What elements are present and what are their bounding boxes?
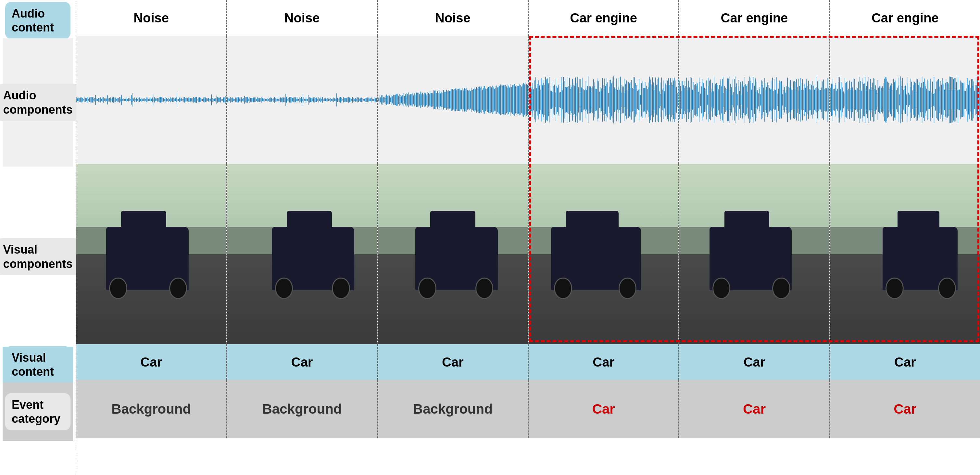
audio-components-label: Audio components <box>3 38 73 167</box>
visual-content-col-4: Car <box>679 344 830 380</box>
truck-wheel1-0 <box>109 278 127 299</box>
audio-content-col-2: Noise <box>378 0 529 36</box>
event-cat-col-1: Background <box>227 380 378 438</box>
event-category-label: Event category <box>3 383 73 441</box>
truck-wheel1-2 <box>418 278 436 299</box>
event-cat-col-4: Car <box>679 380 830 438</box>
waveform-svg-1 <box>227 36 377 164</box>
visual-col-1 <box>227 164 378 344</box>
visual-content-col-0: Car <box>76 344 227 380</box>
truck-cab-5 <box>897 211 939 250</box>
visual-components-label: Visual components <box>3 167 73 347</box>
waveform-svg-3 <box>529 36 678 164</box>
visual-content-row: Car Car Car Car Car Car <box>76 344 980 380</box>
waveform-col-5 <box>830 36 980 164</box>
visual-content-label: Visual content <box>3 347 73 383</box>
visual-col-3 <box>529 164 679 344</box>
truck-cab-3 <box>566 211 618 250</box>
event-cat-col-5: Car <box>830 380 980 438</box>
audio-content-label: Audio content <box>3 3 73 38</box>
waveform-svg-5 <box>830 36 980 164</box>
truck-wheel2-2 <box>476 278 493 299</box>
truck-frame-1 <box>227 164 377 344</box>
truck-wheel1-4 <box>713 278 730 299</box>
truck-wheel2-4 <box>772 278 790 299</box>
content-grid: Noise Noise Noise Car engine Car engine … <box>76 0 980 475</box>
audio-content-row: Noise Noise Noise Car engine Car engine … <box>76 0 980 36</box>
waveform-svg-2 <box>378 36 528 164</box>
waveform-col-2 <box>378 36 529 164</box>
visual-components-row <box>76 164 980 344</box>
visual-content-col-5: Car <box>830 344 980 380</box>
truck-wheel2-3 <box>619 278 636 299</box>
truck-frame-4 <box>679 164 829 344</box>
visual-col-2 <box>378 164 529 344</box>
waveform-svg-4 <box>679 36 829 164</box>
audio-content-col-1: Noise <box>227 0 378 36</box>
audio-content-col-0: Noise <box>76 0 227 36</box>
truck-cab-4 <box>724 211 769 250</box>
visual-content-col-1: Car <box>227 344 378 380</box>
truck-wheel1-3 <box>554 278 572 299</box>
truck-frame-0 <box>76 164 226 344</box>
waveform-col-3 <box>529 36 679 164</box>
visual-col-5 <box>830 164 980 344</box>
truck-wheel1-1 <box>275 278 293 299</box>
visual-content-col-2: Car <box>378 344 529 380</box>
waveform-col-1 <box>227 36 378 164</box>
truck-frame-2 <box>378 164 528 344</box>
truck-frame-3 <box>529 164 678 344</box>
labels-column: Audio content Audio components Visual co… <box>0 0 76 475</box>
audio-components-row <box>76 36 980 164</box>
visual-col-0 <box>76 164 227 344</box>
truck-cab-0 <box>121 211 166 250</box>
truck-wheel1-5 <box>886 278 904 299</box>
waveform-col-4 <box>679 36 830 164</box>
visual-col-4 <box>679 164 830 344</box>
event-cat-col-3: Car <box>529 380 679 438</box>
truck-frame-5 <box>830 164 980 344</box>
audio-content-col-5: Car engine <box>830 0 980 36</box>
truck-wheel2-5 <box>938 278 956 299</box>
truck-wheel2-1 <box>332 278 350 299</box>
main-layout: Audio content Audio components Visual co… <box>0 0 980 475</box>
audio-content-col-4: Car engine <box>679 0 830 36</box>
truck-cab-1 <box>287 211 332 250</box>
truck-cab-2 <box>430 211 475 250</box>
waveform-col-0 <box>76 36 227 164</box>
audio-content-col-3: Car engine <box>529 0 679 36</box>
visual-content-col-3: Car <box>529 344 679 380</box>
event-cat-col-2: Background <box>378 380 529 438</box>
waveform-svg-0 <box>76 36 226 164</box>
event-category-row: Background Background Background Car Car… <box>76 380 980 438</box>
event-cat-col-0: Background <box>76 380 227 438</box>
